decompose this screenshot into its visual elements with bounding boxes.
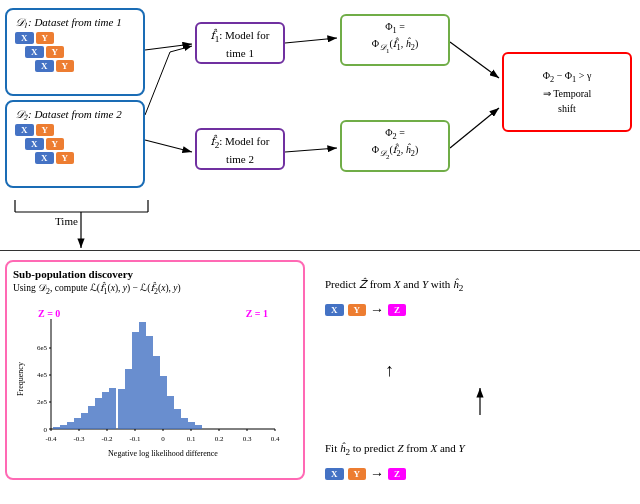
d2-y3: Y [56, 152, 75, 164]
d2-x1: X [15, 124, 34, 136]
svg-text:2e5: 2e5 [37, 398, 48, 406]
svg-rect-30 [146, 336, 153, 429]
d1-label: 𝒟₁: Dataset from time 1 [15, 16, 135, 29]
model-f2-box: f̂2: Model fortime 2 [195, 128, 285, 170]
svg-rect-34 [174, 409, 181, 429]
time-label: Time [55, 215, 78, 227]
histogram-svg: Frequency 0 2e5 4e5 6e5 [13, 314, 283, 469]
svg-rect-35 [181, 418, 188, 429]
svg-rect-26 [118, 389, 125, 429]
z0-label: Z = 0 [38, 308, 60, 319]
fit-section: Fit ĥ2 to predict Z from X and Y X Y → Z [325, 442, 635, 481]
svg-rect-29 [139, 322, 146, 429]
d2-x3: X [35, 152, 54, 164]
svg-rect-36 [188, 422, 195, 429]
phi1-box: Φ1 = Φ𝒟1(f̂1, ĥ2) [340, 14, 450, 66]
predict-row: X Y → Z [325, 302, 406, 318]
d1-row2: X Y [25, 46, 135, 58]
predict-arrow: → [370, 302, 384, 318]
d2-y1: Y [36, 124, 55, 136]
z1-label: Z = 1 [246, 308, 268, 319]
svg-line-3 [145, 140, 192, 152]
svg-text:Frequency: Frequency [16, 362, 25, 396]
svg-text:-0.3: -0.3 [73, 435, 85, 443]
model-f1-label: f̂1: Model fortime 1 [205, 28, 275, 60]
d2-row1: X Y [15, 124, 135, 136]
svg-rect-38 [53, 427, 60, 429]
svg-line-8 [145, 52, 170, 115]
fit-row: X Y → Z [325, 466, 406, 482]
svg-text:0.1: 0.1 [187, 435, 196, 443]
svg-rect-39 [60, 425, 67, 429]
svg-text:-0.4: -0.4 [45, 435, 57, 443]
svg-rect-45 [102, 392, 109, 429]
svg-rect-40 [67, 422, 74, 429]
svg-rect-43 [88, 406, 95, 429]
subpop-formula: Using 𝒟2, compute ℒ(f̂1(x), y) − ℒ(f̂2(x… [13, 282, 297, 296]
fit-z: Z [388, 468, 406, 480]
svg-rect-31 [153, 356, 160, 429]
svg-text:6e5: 6e5 [37, 344, 48, 352]
d2-row3: X Y [35, 152, 135, 164]
histogram: Z = 0 Z = 1 Frequency 0 2e5 4e5 6e5 [13, 300, 283, 460]
svg-text:-0.1: -0.1 [129, 435, 141, 443]
up-arrow-spacer: ↑ [325, 360, 635, 381]
temporal-shift-box: Φ2 − Φ1 > γ ⇒ Temporalshift [502, 52, 632, 132]
svg-line-5 [285, 148, 337, 152]
svg-rect-46 [109, 388, 116, 429]
bottom-section: Sub-population discovery Using 𝒟2, compu… [0, 260, 640, 500]
fit-label: Fit ĥ2 to predict Z from X and Y [325, 442, 465, 457]
phi1-label: Φ1 = Φ𝒟1(f̂1, ĥ2) [350, 20, 440, 56]
svg-line-2 [145, 44, 192, 50]
svg-line-6 [450, 42, 499, 78]
svg-line-7 [450, 108, 499, 148]
subpop-title: Sub-population discovery [13, 268, 297, 280]
svg-rect-44 [95, 398, 102, 429]
d1-y2: Y [46, 46, 65, 58]
predict-x: X [325, 304, 344, 316]
svg-rect-42 [81, 413, 88, 429]
predict-z: Z [388, 304, 406, 316]
d2-x2: X [25, 138, 44, 150]
svg-line-9 [170, 46, 192, 52]
predict-label: Predict Ẑ from X and Y with ĥ2 [325, 278, 463, 293]
svg-text:0.2: 0.2 [215, 435, 224, 443]
fit-x: X [325, 468, 344, 480]
up-arrow: ↑ [385, 360, 394, 381]
svg-text:0: 0 [161, 435, 165, 443]
d1-row1: X Y [15, 32, 135, 44]
d1-y1: Y [36, 32, 55, 44]
d1-x1: X [15, 32, 34, 44]
fit-y: Y [348, 468, 367, 480]
svg-rect-28 [132, 332, 139, 429]
svg-text:Negative log likelihood differ: Negative log likelihood difference [108, 449, 218, 458]
svg-rect-27 [125, 369, 132, 429]
temporal-shift-text: Φ2 − Φ1 > γ ⇒ Temporalshift [543, 68, 592, 116]
svg-text:0: 0 [44, 426, 48, 434]
svg-rect-41 [74, 418, 81, 429]
svg-rect-33 [167, 396, 174, 429]
d1-x3: X [35, 60, 54, 72]
svg-text:4e5: 4e5 [37, 371, 48, 379]
right-bottom: Predict Ẑ from X and Y with ĥ2 X Y → Z ↑… [315, 260, 635, 500]
fit-arrow: → [370, 466, 384, 482]
phi2-box: Φ2 = Φ𝒟2(f̂2, ĥ2) [340, 120, 450, 172]
divider-line [0, 250, 640, 251]
subpop-box: Sub-population discovery Using 𝒟2, compu… [5, 260, 305, 480]
d1-x2: X [25, 46, 44, 58]
diagram-container: 𝒟₁: Dataset from time 1 X Y X Y X Y 𝒟₂: … [0, 0, 640, 504]
svg-text:0.4: 0.4 [271, 435, 280, 443]
dataset-d1: 𝒟₁: Dataset from time 1 X Y X Y X Y [5, 8, 145, 96]
d1-y3: Y [56, 60, 75, 72]
model-f1-box: f̂1: Model fortime 1 [195, 22, 285, 64]
model-f2-label: f̂2: Model fortime 2 [205, 134, 275, 166]
d2-label: 𝒟₂: Dataset from time 2 [15, 108, 135, 121]
predict-section: Predict Ẑ from X and Y with ĥ2 X Y → Z [325, 278, 635, 317]
d1-row3: X Y [35, 60, 135, 72]
svg-rect-37 [195, 425, 202, 429]
d2-row2: X Y [25, 138, 135, 150]
phi2-label: Φ2 = Φ𝒟2(f̂2, ĥ2) [350, 126, 440, 162]
predict-y: Y [348, 304, 367, 316]
svg-line-4 [285, 38, 337, 43]
svg-rect-32 [160, 376, 167, 429]
